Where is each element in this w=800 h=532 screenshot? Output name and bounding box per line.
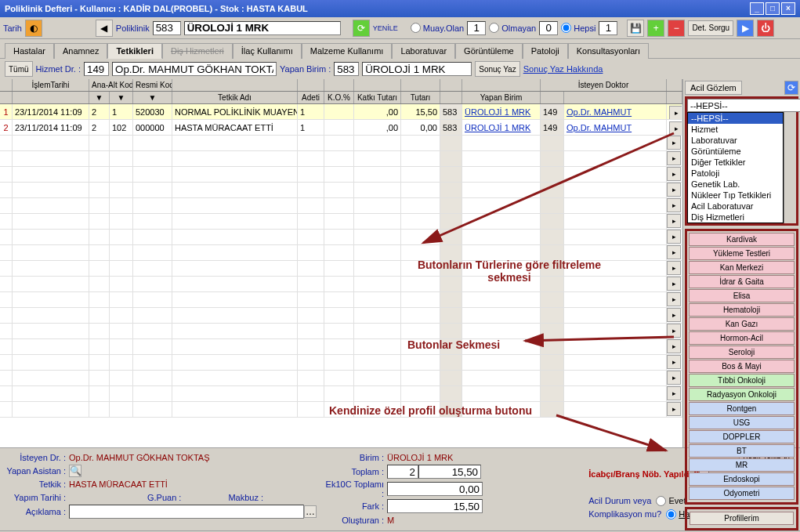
row-action-icon[interactable]: ▸ [667, 214, 681, 228]
tab-laboratuvar[interactable]: Laboratuvar [392, 43, 455, 59]
tab-diş-hizmetleri[interactable]: Diş Hizmetleri [162, 43, 233, 59]
tarih-picker-icon[interactable]: ◐ [25, 20, 42, 37]
row-action-icon[interactable]: ▸ [669, 121, 682, 135]
category-button[interactable]: Odyometri [689, 487, 795, 500]
muay-olan-value [467, 21, 486, 35]
row-action-icon[interactable]: ▸ [669, 106, 682, 119]
row-action-icon[interactable]: ▸ [667, 151, 681, 165]
category-button[interactable]: İdrar & Gaita [689, 275, 795, 288]
row-action-icon[interactable]: ▸ [667, 230, 681, 244]
asistan-lookup-icon[interactable]: 🔍 [69, 465, 81, 477]
dd-item[interactable]: Genetik Lab. [688, 179, 783, 190]
refresh-icon[interactable]: ⟳ [784, 81, 798, 95]
hepsi-radio[interactable]: Hepsi [561, 23, 595, 33]
category-button[interactable]: Bos & Mayi [689, 360, 795, 373]
filter-dropdown-list[interactable]: --HEPSİ--HizmetLaboratuvarGörüntülemeDiğ… [687, 112, 784, 223]
yapan-birim-name[interactable] [362, 62, 472, 76]
row-action-icon[interactable]: ▸ [667, 261, 681, 275]
prev-icon[interactable]: ◀ [96, 20, 113, 37]
dd-item[interactable]: Diş Hizmetleri [688, 212, 783, 223]
row-action-icon[interactable]: ▸ [667, 355, 681, 369]
grid-area: İşlemTarihi Ana-Alt Kod Resmi Kod İsteye… [0, 79, 682, 447]
row-action-icon[interactable]: ▸ [667, 183, 681, 197]
dd-item[interactable]: Görüntüleme [688, 146, 783, 157]
yenile-icon[interactable]: ⟳ [353, 20, 370, 37]
det-sorgu-button[interactable]: Det. Sorgu [688, 20, 733, 36]
row-action-icon[interactable]: ▸ [667, 308, 681, 322]
add-icon[interactable]: + [647, 20, 664, 37]
tumu-button[interactable]: Tümü [5, 61, 33, 77]
hizmet-dr-name[interactable] [112, 62, 277, 76]
category-button[interactable]: DOPPLER [689, 430, 795, 443]
cikis-icon[interactable]: ⏻ [757, 20, 774, 37]
row-action-icon[interactable]: ▸ [667, 371, 681, 385]
row-action-icon[interactable]: ▸ [667, 386, 681, 400]
category-button[interactable]: Elisa [689, 289, 795, 302]
dd-item[interactable]: Laboratuvar [688, 135, 783, 146]
close-icon[interactable]: × [781, 2, 795, 15]
acil-gozlem-tab[interactable]: Acil Gözlem [685, 81, 742, 95]
maximize-icon[interactable]: □ [766, 2, 780, 15]
tab-anamnez[interactable]: Anamnez [54, 43, 107, 59]
row-action-icon[interactable]: ▸ [667, 339, 681, 353]
row-action-icon[interactable]: ▸ [667, 245, 681, 259]
category-button[interactable]: USG [689, 416, 795, 429]
tab-malzeme-kullanımı[interactable]: Malzeme Kullanımı [302, 43, 393, 59]
tab-patoloji[interactable]: Patoloji [523, 43, 568, 59]
dd-item[interactable]: Diğer Tetkikler [688, 157, 783, 168]
delete-icon[interactable]: − [668, 20, 685, 37]
tab-tetkikleri[interactable]: Tetkikleri [107, 43, 162, 59]
category-button[interactable]: MR [689, 458, 795, 472]
category-button[interactable]: Yükleme Testleri [689, 247, 795, 260]
row-action-icon[interactable]: ▸ [667, 324, 681, 338]
sonuc-yaz-button[interactable]: Sonuç Yaz [475, 61, 519, 77]
sonuc-yaz-hakkinda-link[interactable]: Sonuç Yaz Hakkında [523, 64, 603, 74]
tab-konsultasyonları[interactable]: Konsultasyonları [568, 43, 649, 59]
hizmet-dr-code[interactable] [84, 62, 109, 76]
muay-olan-radio[interactable]: Muay.Olan [411, 23, 464, 33]
category-button[interactable]: Endoskopi [689, 472, 795, 486]
scrollbar[interactable] [784, 112, 796, 223]
evet-radio[interactable]: Evet [656, 496, 686, 506]
category-button[interactable]: Radyasyon Onkoloji [689, 388, 795, 401]
category-button[interactable]: Kan Merkezi [689, 261, 795, 274]
dd-item[interactable]: Nükleer Tıp Tetkikleri [688, 190, 783, 201]
kaydet-icon[interactable]: 💾 [627, 20, 644, 37]
dd-item[interactable]: Patoloji [688, 168, 783, 179]
category-button[interactable]: Tıbbi Onkoloji [689, 374, 795, 387]
row-action-icon[interactable]: ▸ [667, 198, 681, 212]
olmayan-value [539, 21, 558, 35]
aciklama-input[interactable] [69, 505, 304, 519]
row-action-icon[interactable]: ▸ [667, 402, 681, 416]
category-button[interactable]: BT [689, 444, 795, 458]
row-action-icon[interactable]: ▸ [667, 292, 681, 306]
dd-item[interactable]: --HEPSİ-- [688, 113, 783, 124]
minimize-icon[interactable]: _ [750, 2, 764, 15]
poliklinik-code-input[interactable] [153, 21, 181, 35]
table-row[interactable]: 123/11/2014 11:0921520030NORMAL POLİKLİN… [0, 104, 682, 120]
profillerim-button[interactable]: Profillerim [690, 512, 794, 525]
category-button[interactable]: Kardivak [689, 233, 795, 246]
tab-görüntüleme[interactable]: Görüntüleme [455, 43, 523, 59]
category-button[interactable]: Kan Gazı [689, 317, 795, 331]
category-button[interactable]: Hormon-Acil [689, 331, 795, 345]
row-action-icon[interactable]: ▸ [667, 167, 681, 181]
category-button[interactable]: Rontgen [689, 402, 795, 415]
yapan-birim-code[interactable] [334, 62, 359, 76]
poliklinik-name-input[interactable] [184, 21, 341, 35]
category-button[interactable]: Seroloji [689, 346, 795, 359]
tab-hastalar[interactable]: Hastalar [5, 43, 54, 59]
row-action-icon[interactable]: ▸ [667, 277, 681, 291]
dd-item[interactable]: Acil Laboratuvar [688, 201, 783, 212]
tab-i̇laç-kullanımı[interactable]: İlaç Kullanımı [233, 43, 302, 59]
olmayan-radio[interactable]: Olmayan [489, 23, 536, 33]
row-action-icon[interactable]: ▸ [667, 136, 681, 150]
play-icon[interactable]: ▶ [737, 20, 754, 37]
filter-dropdown-input[interactable] [687, 99, 800, 112]
category-button[interactable]: Hematoloji [689, 303, 795, 317]
aciklama-expand-icon[interactable]: … [304, 505, 317, 518]
table-row[interactable]: 223/11/2014 11:092102000000HASTA MÜRACAA… [0, 120, 682, 136]
tetkik-value: HASTA MÜRACAAT ETTİ [69, 480, 168, 489]
dd-item[interactable]: Hizmet [688, 124, 783, 135]
poliklinik-label: Poliklinik [116, 24, 150, 33]
